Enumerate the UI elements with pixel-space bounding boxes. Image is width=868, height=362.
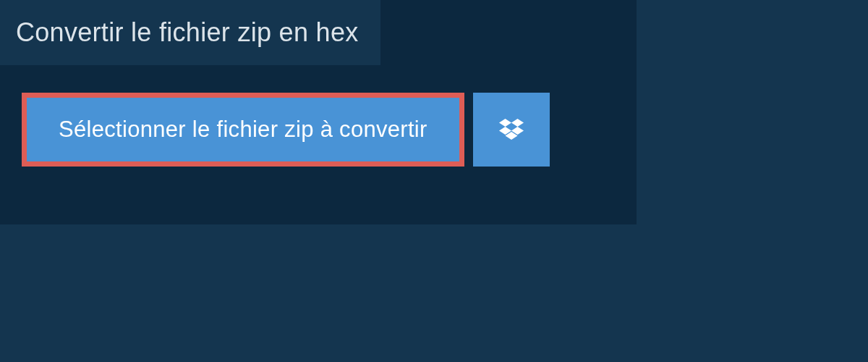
select-file-button[interactable]: Sélectionner le fichier zip à convertir (22, 93, 464, 167)
dropbox-button[interactable] (473, 93, 550, 167)
page-title: Convertir le fichier zip en hex (16, 17, 359, 48)
dropbox-icon (499, 119, 524, 140)
converter-panel: Convertir le fichier zip en hex Sélectio… (0, 0, 637, 224)
title-bar: Convertir le fichier zip en hex (0, 0, 380, 65)
select-file-label: Sélectionner le fichier zip à convertir (59, 117, 427, 143)
button-row: Sélectionner le fichier zip à convertir (0, 65, 637, 167)
